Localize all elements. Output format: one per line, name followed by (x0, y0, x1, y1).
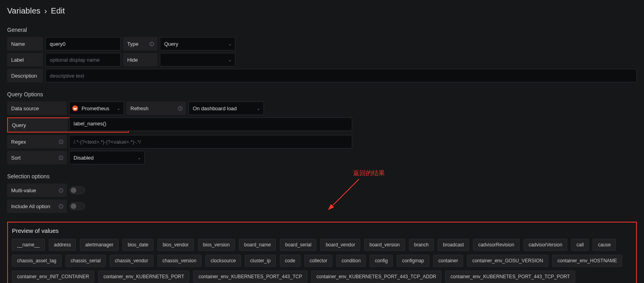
svg-point-15 (61, 189, 61, 190)
query-input[interactable]: label_names() (69, 117, 352, 131)
preview-chip: board_vendor (320, 239, 360, 251)
preview-chip: cadvisorVersion (524, 239, 568, 251)
breadcrumb-edit: Edit (51, 6, 65, 15)
label-input[interactable] (45, 53, 121, 66)
label-description: Description (7, 69, 43, 82)
hide-select[interactable] (160, 53, 235, 66)
type-select[interactable]: Query (160, 37, 235, 51)
preview-chip: container_env_GOSU_VERSION (467, 255, 548, 267)
page-title: Variables › Edit (7, 6, 637, 16)
preview-chip: bios_vendor (157, 239, 194, 251)
preview-chip: container_env_KUBERNETES_PORT (98, 271, 189, 283)
regex-input[interactable] (69, 135, 352, 148)
label-refresh: Refresh (126, 101, 186, 115)
preview-chip: code (280, 255, 301, 267)
preview-chip: configmap (397, 255, 429, 267)
multi-value-toggle[interactable] (69, 186, 85, 194)
preview-chip: cadvisorRevision (473, 239, 520, 251)
svg-point-2 (151, 43, 152, 43)
info-icon[interactable] (58, 139, 64, 144)
preview-chip: container (433, 255, 463, 267)
preview-chip: container_env_HOSTNAME (552, 255, 622, 267)
label-label: Label (7, 53, 43, 66)
name-input[interactable] (45, 37, 121, 51)
preview-chip: bios_date (122, 239, 153, 251)
svg-point-6 (180, 107, 180, 108)
preview-chip: chassis_asset_tag (12, 255, 62, 267)
preview-chips-container: __name__addressalertmanagerbios_datebios… (12, 239, 632, 283)
preview-chip: container_env_KUBERNETES_PORT_443_TCP_PO… (445, 271, 575, 283)
annotation-results: 返回的结果 (353, 169, 385, 178)
preview-chip: cluster_ip (245, 255, 275, 267)
preview-chip: board_serial (280, 239, 316, 251)
arrow-icon (321, 177, 369, 217)
preview-chip: board_name (239, 239, 276, 251)
preview-box: Preview of values __name__addressalertma… (7, 222, 637, 283)
info-icon[interactable] (149, 41, 154, 47)
info-icon[interactable] (58, 155, 64, 160)
preview-chip: board_version (364, 239, 405, 251)
refresh-select[interactable]: On dashboard load (188, 101, 264, 115)
info-icon[interactable] (58, 203, 64, 209)
info-icon[interactable] (58, 187, 64, 193)
preview-chip: __name__ (12, 239, 45, 251)
preview-chip: chassis_serial (66, 255, 106, 267)
preview-chip: container_env_KUBERNETES_PORT_443_TCP_AD… (311, 271, 441, 283)
section-title-query-options: Query Options (7, 91, 637, 98)
label-include-all: Include All option (7, 199, 67, 213)
info-icon[interactable] (177, 105, 183, 111)
preview-chip: condition (336, 255, 366, 267)
section-title-general: General (7, 27, 637, 33)
datasource-select[interactable]: Prometheus (69, 101, 124, 115)
svg-point-18 (61, 205, 61, 206)
preview-chip: chassis_version (157, 255, 202, 267)
preview-chip: alertmanager (80, 239, 118, 251)
preview-chip: collector (305, 255, 333, 267)
preview-chip: chassis_vendor (110, 255, 153, 267)
preview-chip: call (571, 239, 589, 251)
svg-point-12 (61, 157, 61, 157)
label-name: Name (7, 37, 43, 51)
preview-chip: address (49, 239, 76, 251)
breadcrumb-separator: › (44, 6, 47, 15)
preview-chip: config (370, 255, 393, 267)
label-hide: Hide (123, 53, 157, 66)
preview-chip: branch (409, 239, 434, 251)
section-selection-options: Selection options Multi-value Include Al… (7, 173, 637, 213)
include-all-toggle[interactable] (69, 202, 85, 210)
preview-chip: clocksource (206, 255, 241, 267)
label-sort: Sort (7, 151, 67, 164)
section-general: General Name Type Query ⌄ Label Hide ⌄ D… (7, 27, 637, 82)
svg-line-19 (329, 179, 359, 209)
preview-chip: bios_version (198, 239, 235, 251)
preview-chip: container_env_KUBERNETES_PORT_443_TCP (193, 271, 307, 283)
preview-chip: cause (593, 239, 616, 251)
svg-point-9 (61, 141, 61, 141)
preview-chip: broadcast (438, 239, 469, 251)
label-query: Query (8, 118, 68, 132)
label-regex: Regex (7, 135, 67, 148)
label-type: Type (123, 37, 157, 51)
section-query-options: Query Options Data source Prometheus ⌄ R… (7, 91, 637, 164)
label-datasource: Data source (7, 101, 67, 115)
preview-title: Preview of values (12, 227, 632, 234)
preview-chip: container_env_INIT_CONTAINER (12, 271, 94, 283)
breadcrumb-variables[interactable]: Variables (7, 6, 41, 15)
description-input[interactable] (45, 69, 637, 82)
label-multi-value: Multi-value (7, 183, 67, 197)
sort-select[interactable]: Disabled (69, 151, 145, 164)
